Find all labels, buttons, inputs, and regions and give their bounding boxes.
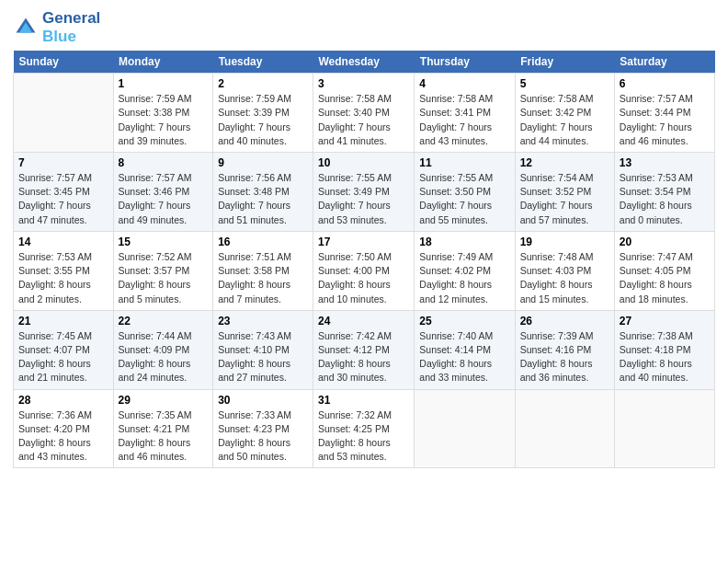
- calendar-cell: 12Sunrise: 7:54 AM Sunset: 3:52 PM Dayli…: [515, 152, 614, 231]
- calendar-week-4: 21Sunrise: 7:45 AM Sunset: 4:07 PM Dayli…: [14, 310, 715, 389]
- calendar-cell: 29Sunrise: 7:35 AM Sunset: 4:21 PM Dayli…: [113, 389, 213, 468]
- calendar-cell: 5Sunrise: 7:58 AM Sunset: 3:42 PM Daylig…: [515, 74, 614, 153]
- calendar-cell: 10Sunrise: 7:55 AM Sunset: 3:49 PM Dayli…: [313, 152, 415, 231]
- day-info: Sunrise: 7:43 AM Sunset: 4:10 PM Dayligh…: [218, 329, 308, 385]
- day-info: Sunrise: 7:57 AM Sunset: 3:46 PM Dayligh…: [119, 171, 209, 227]
- day-number: 8: [119, 156, 209, 169]
- day-number: 4: [419, 77, 509, 90]
- logo-text: General Blue: [42, 9, 100, 45]
- day-number: 18: [419, 236, 509, 248]
- calendar-cell: 25Sunrise: 7:40 AM Sunset: 4:14 PM Dayli…: [415, 310, 515, 389]
- logo-icon: [13, 15, 39, 40]
- calendar-cell: 19Sunrise: 7:48 AM Sunset: 4:03 PM Dayli…: [515, 231, 614, 310]
- page-container: General Blue SundayMondayTuesdayWednesda…: [0, 0, 728, 477]
- day-info: Sunrise: 7:53 AM Sunset: 3:54 PM Dayligh…: [620, 171, 710, 227]
- calendar-cell: 1Sunrise: 7:59 AM Sunset: 3:38 PM Daylig…: [113, 74, 213, 153]
- day-info: Sunrise: 7:38 AM Sunset: 4:18 PM Dayligh…: [620, 329, 710, 385]
- calendar-cell: 3Sunrise: 7:58 AM Sunset: 3:40 PM Daylig…: [313, 74, 415, 153]
- calendar-cell: 11Sunrise: 7:55 AM Sunset: 3:50 PM Dayli…: [415, 152, 515, 231]
- day-info: Sunrise: 7:49 AM Sunset: 4:02 PM Dayligh…: [419, 250, 509, 306]
- day-number: 5: [520, 77, 609, 90]
- day-number: 1: [119, 77, 209, 90]
- weekday-header-monday: Monday: [113, 51, 213, 74]
- day-info: Sunrise: 7:32 AM Sunset: 4:25 PM Dayligh…: [318, 408, 409, 465]
- calendar-cell: 4Sunrise: 7:58 AM Sunset: 3:41 PM Daylig…: [415, 74, 515, 153]
- day-info: Sunrise: 7:54 AM Sunset: 3:52 PM Dayligh…: [520, 171, 609, 227]
- day-info: Sunrise: 7:58 AM Sunset: 3:42 PM Dayligh…: [520, 92, 609, 148]
- calendar-cell: 17Sunrise: 7:50 AM Sunset: 4:00 PM Dayli…: [313, 231, 415, 310]
- day-number: 12: [520, 156, 609, 169]
- weekday-header-sunday: Sunday: [14, 51, 114, 74]
- calendar-cell: 6Sunrise: 7:57 AM Sunset: 3:44 PM Daylig…: [614, 74, 714, 153]
- day-number: 24: [318, 315, 409, 327]
- day-number: 6: [620, 77, 710, 90]
- calendar-header: SundayMondayTuesdayWednesdayThursdayFrid…: [14, 51, 715, 74]
- day-info: Sunrise: 7:58 AM Sunset: 3:41 PM Dayligh…: [419, 92, 509, 148]
- day-number: 3: [318, 77, 409, 90]
- weekday-header-row: SundayMondayTuesdayWednesdayThursdayFrid…: [14, 51, 715, 74]
- day-number: 28: [18, 394, 108, 407]
- calendar-cell: [614, 389, 714, 468]
- day-number: 13: [620, 156, 710, 169]
- calendar-cell: 2Sunrise: 7:59 AM Sunset: 3:39 PM Daylig…: [213, 74, 313, 153]
- day-info: Sunrise: 7:48 AM Sunset: 4:03 PM Dayligh…: [520, 250, 609, 306]
- calendar-cell: 31Sunrise: 7:32 AM Sunset: 4:25 PM Dayli…: [313, 389, 415, 468]
- day-number: 25: [419, 315, 509, 327]
- calendar-cell: [14, 74, 114, 153]
- day-number: 10: [318, 156, 409, 169]
- day-number: 30: [218, 394, 308, 407]
- calendar-week-1: 1Sunrise: 7:59 AM Sunset: 3:38 PM Daylig…: [14, 74, 715, 153]
- weekday-header-saturday: Saturday: [614, 51, 714, 74]
- day-info: Sunrise: 7:36 AM Sunset: 4:20 PM Dayligh…: [18, 408, 108, 465]
- logo: General Blue: [13, 9, 100, 45]
- day-info: Sunrise: 7:47 AM Sunset: 4:05 PM Dayligh…: [620, 250, 710, 306]
- calendar-cell: 23Sunrise: 7:43 AM Sunset: 4:10 PM Dayli…: [213, 310, 313, 389]
- day-number: 19: [520, 236, 609, 248]
- calendar-cell: 8Sunrise: 7:57 AM Sunset: 3:46 PM Daylig…: [113, 152, 213, 231]
- calendar-cell: 18Sunrise: 7:49 AM Sunset: 4:02 PM Dayli…: [415, 231, 515, 310]
- calendar-cell: 21Sunrise: 7:45 AM Sunset: 4:07 PM Dayli…: [14, 310, 114, 389]
- calendar-body: 1Sunrise: 7:59 AM Sunset: 3:38 PM Daylig…: [14, 74, 715, 468]
- day-number: 14: [18, 236, 108, 248]
- day-number: 21: [18, 315, 108, 327]
- calendar-cell: [515, 389, 614, 468]
- day-info: Sunrise: 7:42 AM Sunset: 4:12 PM Dayligh…: [318, 329, 409, 385]
- calendar-cell: [415, 389, 515, 468]
- day-number: 2: [218, 77, 308, 90]
- calendar-cell: 14Sunrise: 7:53 AM Sunset: 3:55 PM Dayli…: [14, 231, 114, 310]
- calendar-cell: 20Sunrise: 7:47 AM Sunset: 4:05 PM Dayli…: [614, 231, 714, 310]
- day-info: Sunrise: 7:40 AM Sunset: 4:14 PM Dayligh…: [419, 329, 509, 385]
- day-info: Sunrise: 7:56 AM Sunset: 3:48 PM Dayligh…: [218, 171, 308, 227]
- calendar-cell: 13Sunrise: 7:53 AM Sunset: 3:54 PM Dayli…: [614, 152, 714, 231]
- day-number: 26: [520, 315, 609, 327]
- weekday-header-wednesday: Wednesday: [313, 51, 415, 74]
- calendar-week-3: 14Sunrise: 7:53 AM Sunset: 3:55 PM Dayli…: [14, 231, 715, 310]
- day-info: Sunrise: 7:39 AM Sunset: 4:16 PM Dayligh…: [520, 329, 609, 385]
- weekday-header-thursday: Thursday: [415, 51, 515, 74]
- day-info: Sunrise: 7:59 AM Sunset: 3:38 PM Dayligh…: [119, 92, 209, 148]
- header: General Blue: [13, 9, 715, 45]
- weekday-header-friday: Friday: [515, 51, 614, 74]
- day-info: Sunrise: 7:53 AM Sunset: 3:55 PM Dayligh…: [18, 250, 108, 306]
- day-number: 9: [218, 156, 308, 169]
- day-number: 15: [119, 236, 209, 248]
- calendar-cell: 15Sunrise: 7:52 AM Sunset: 3:57 PM Dayli…: [113, 231, 213, 310]
- day-info: Sunrise: 7:55 AM Sunset: 3:50 PM Dayligh…: [419, 171, 509, 227]
- day-number: 29: [119, 394, 209, 407]
- calendar-cell: 9Sunrise: 7:56 AM Sunset: 3:48 PM Daylig…: [213, 152, 313, 231]
- calendar-cell: 26Sunrise: 7:39 AM Sunset: 4:16 PM Dayli…: [515, 310, 614, 389]
- calendar-cell: 28Sunrise: 7:36 AM Sunset: 4:20 PM Dayli…: [14, 389, 114, 468]
- day-number: 7: [18, 156, 108, 169]
- day-info: Sunrise: 7:35 AM Sunset: 4:21 PM Dayligh…: [119, 408, 209, 465]
- calendar-cell: 24Sunrise: 7:42 AM Sunset: 4:12 PM Dayli…: [313, 310, 415, 389]
- day-info: Sunrise: 7:59 AM Sunset: 3:39 PM Dayligh…: [218, 92, 308, 148]
- day-number: 27: [620, 315, 710, 327]
- day-info: Sunrise: 7:58 AM Sunset: 3:40 PM Dayligh…: [318, 92, 409, 148]
- calendar-cell: 16Sunrise: 7:51 AM Sunset: 3:58 PM Dayli…: [213, 231, 313, 310]
- day-number: 22: [119, 315, 209, 327]
- day-info: Sunrise: 7:57 AM Sunset: 3:45 PM Dayligh…: [18, 171, 108, 227]
- day-info: Sunrise: 7:52 AM Sunset: 3:57 PM Dayligh…: [119, 250, 209, 306]
- day-info: Sunrise: 7:55 AM Sunset: 3:49 PM Dayligh…: [318, 171, 409, 227]
- day-info: Sunrise: 7:44 AM Sunset: 4:09 PM Dayligh…: [119, 329, 209, 385]
- day-number: 23: [218, 315, 308, 327]
